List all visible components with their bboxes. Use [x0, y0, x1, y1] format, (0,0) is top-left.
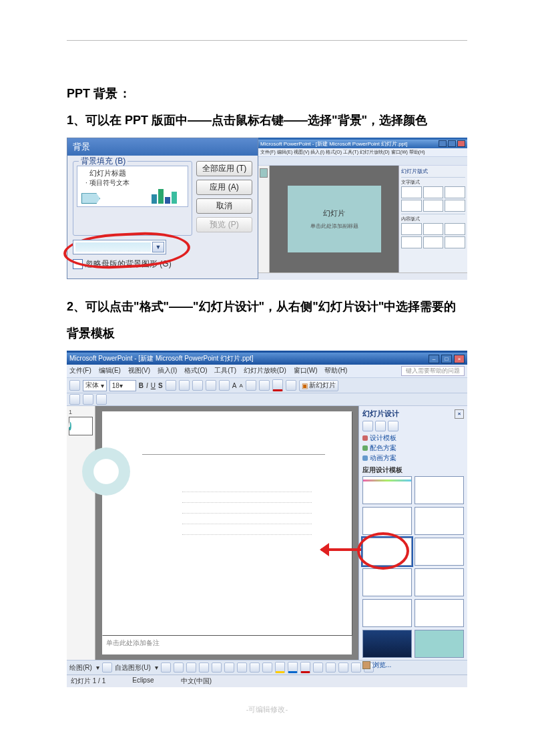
font-name-select[interactable]: 宋体 ▾ — [83, 380, 107, 391]
textbox-icon[interactable] — [212, 663, 222, 673]
new-slide-button[interactable]: ▣ 新幻灯片 — [299, 380, 338, 391]
design-template-thumb[interactable] — [362, 507, 412, 535]
browse-link[interactable]: 浏览... — [362, 660, 464, 670]
bold-button[interactable]: B — [139, 382, 144, 389]
menu-window[interactable]: 窗口(W) — [294, 367, 318, 374]
layout-thumb[interactable] — [401, 200, 422, 212]
align-center-icon[interactable] — [179, 380, 190, 391]
design-icon[interactable] — [286, 380, 296, 391]
cancel-button[interactable]: 取消 — [196, 198, 252, 214]
standard-toolbar[interactable] — [67, 393, 467, 406]
numbering-icon[interactable] — [206, 380, 216, 391]
checkbox-icon[interactable] — [73, 259, 83, 269]
slide-thumb[interactable] — [69, 417, 93, 435]
design-template-thumb[interactable] — [415, 476, 464, 504]
apply-button[interactable]: 应用 (A) — [196, 180, 252, 195]
rectangle-icon[interactable] — [186, 663, 196, 673]
maximize-icon[interactable] — [448, 140, 456, 147]
layout-thumb[interactable] — [423, 223, 444, 235]
design-template-thumb[interactable] — [415, 538, 464, 566]
indent-decrease-icon[interactable] — [246, 380, 256, 391]
line-color-icon[interactable] — [288, 662, 298, 673]
layout-task-pane[interactable]: 幻灯片版式 文字版式 内容版式 — [398, 166, 467, 272]
toolbar-icon[interactable] — [96, 394, 107, 405]
layout-thumb[interactable] — [445, 186, 465, 198]
autoshapes-menu[interactable]: 自选图形(U) — [115, 663, 151, 673]
menu-format[interactable]: 格式(O) — [184, 367, 207, 374]
picture-icon[interactable] — [262, 663, 272, 673]
help-search-input[interactable]: 键入需要帮助的问题 — [401, 366, 465, 376]
design-templates-link[interactable]: 设计模板 — [362, 433, 464, 443]
layout-thumb[interactable] — [445, 200, 465, 212]
wordart-icon[interactable] — [224, 663, 234, 673]
design-template-thumb[interactable] — [415, 599, 464, 627]
animation-schemes-link[interactable]: 动画方案 — [362, 453, 464, 463]
minimize-icon[interactable] — [439, 140, 447, 147]
diagram-icon[interactable] — [237, 663, 247, 673]
layout-thumb[interactable] — [445, 223, 465, 235]
slide-design-pane[interactable]: 幻灯片设计 × 设计模板 配色方案 动画方案 应用设计模板 — [358, 406, 467, 660]
arrow-style-icon[interactable] — [338, 663, 348, 673]
close-pane-icon[interactable]: × — [455, 409, 464, 419]
slide-editor[interactable]: 单击此处添加备注 — [95, 406, 358, 660]
small-outline-pane[interactable] — [258, 166, 270, 272]
menu-tools[interactable]: 工具(T) — [214, 367, 236, 374]
layout-thumb[interactable] — [401, 223, 422, 235]
font-size-select[interactable]: 18 ▾ — [109, 380, 136, 391]
small-editor[interactable]: 幻灯片 单击此处添加副标题 — [270, 166, 398, 272]
chevron-down-icon[interactable]: ▼ — [152, 242, 164, 252]
design-template-thumb[interactable] — [362, 630, 412, 658]
design-template-thumb[interactable] — [362, 476, 412, 504]
underline-button[interactable]: U — [151, 382, 156, 389]
layout-thumb[interactable] — [423, 186, 444, 198]
align-right-icon[interactable] — [192, 380, 203, 391]
toolbar-icon[interactable] — [69, 380, 80, 391]
menu-insert[interactable]: 插入(I) — [158, 367, 177, 374]
background-color-dropdown[interactable]: ▼ — [73, 240, 166, 254]
menu-file[interactable]: 文件(F) — [69, 367, 91, 374]
pane-home-icon[interactable] — [388, 421, 398, 431]
outline-pane[interactable]: 1 — [67, 406, 95, 660]
shadow-icon[interactable] — [351, 663, 361, 673]
apply-all-button[interactable]: 全部应用 (T) — [196, 161, 252, 176]
line-icon[interactable] — [161, 663, 171, 673]
maximize-icon[interactable]: □ — [441, 355, 452, 363]
small-toolbar[interactable] — [258, 157, 467, 166]
minimize-icon[interactable]: – — [429, 355, 439, 363]
design-template-thumb[interactable] — [415, 568, 464, 596]
arrow-icon[interactable] — [174, 663, 184, 673]
indent-increase-icon[interactable] — [259, 380, 270, 391]
slide-thumb[interactable] — [260, 168, 268, 178]
formatting-toolbar[interactable]: 宋体 ▾ 18 ▾ B I U S A A ▣ 新幻灯片 — [67, 378, 467, 393]
pane-back-icon[interactable] — [362, 421, 373, 431]
menu-help[interactable]: 帮助(H) — [324, 367, 347, 374]
oval-icon[interactable] — [199, 663, 209, 673]
clipart-icon[interactable] — [250, 663, 260, 673]
preview-button[interactable]: 预览 (P) — [196, 217, 252, 232]
fill-color-icon[interactable] — [275, 662, 285, 673]
shadow-button[interactable]: S — [158, 382, 163, 389]
layout-thumb[interactable] — [423, 200, 444, 212]
omit-master-bg-row[interactable]: 忽略母版的背景图形 (G) — [67, 256, 258, 275]
toolbar-icon[interactable] — [69, 394, 80, 405]
bullets-icon[interactable] — [219, 380, 230, 391]
design-template-thumb[interactable] — [415, 630, 464, 658]
dash-style-icon[interactable] — [326, 663, 336, 673]
toolbar-icon[interactable] — [83, 394, 93, 405]
font-grow-icon[interactable]: A — [232, 382, 237, 389]
design-template-thumb[interactable] — [362, 599, 412, 627]
layout-thumb[interactable] — [401, 186, 422, 198]
layout-thumb[interactable] — [423, 236, 444, 248]
italic-button[interactable]: I — [146, 382, 148, 389]
close-icon[interactable]: × — [454, 355, 465, 363]
font-shrink-icon[interactable]: A — [239, 383, 242, 389]
font-color-icon[interactable] — [300, 662, 310, 673]
line-style-icon[interactable] — [313, 663, 323, 673]
slide-canvas[interactable] — [102, 411, 352, 635]
select-icon[interactable] — [102, 663, 112, 673]
align-left-icon[interactable] — [166, 380, 176, 391]
notes-pane[interactable]: 单击此处添加备注 — [102, 635, 352, 654]
font-color-icon[interactable] — [272, 379, 283, 391]
close-icon[interactable] — [457, 140, 465, 147]
small-slide[interactable]: 幻灯片 单击此处添加副标题 — [288, 186, 381, 252]
